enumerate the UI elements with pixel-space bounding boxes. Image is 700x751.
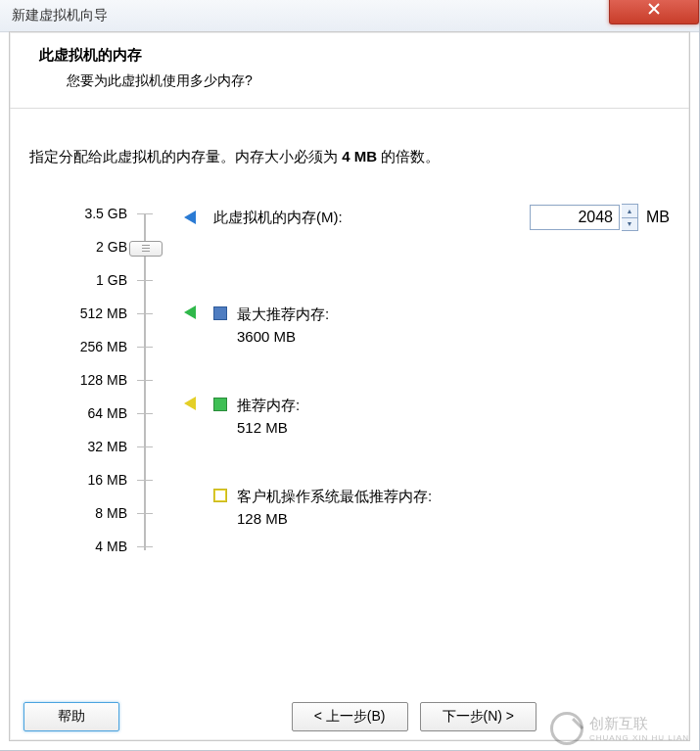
square-yellow-icon bbox=[213, 489, 227, 502]
square-green-icon bbox=[213, 398, 227, 411]
scale-label: 128 MB bbox=[80, 372, 127, 389]
wizard-window: 新建虚拟机向导 此虚拟机的内存 您要为此虚拟机使用多少内存? 指定分配给此虚拟机… bbox=[0, 0, 700, 751]
legend-max-label: 最大推荐内存: bbox=[237, 304, 329, 326]
memory-layout: 3.5 GB 2 GB 1 GB 512 MB 256 MB 128 MB 64… bbox=[29, 206, 670, 577]
memory-unit: MB bbox=[646, 209, 670, 226]
scale-label: 16 MB bbox=[88, 472, 127, 489]
memory-details: 此虚拟机的内存(M): ▲ ▼ MB bbox=[161, 206, 670, 577]
instruction-prefix: 指定分配给此虚拟机的内存量。内存大小必须为 bbox=[29, 148, 342, 164]
header-section: 此虚拟机的内存 您要为此虚拟机使用多少内存? bbox=[10, 32, 689, 109]
spinner-down-icon[interactable]: ▼ bbox=[622, 218, 637, 231]
titlebar: 新建虚拟机向导 bbox=[0, 0, 699, 32]
slider-thumb[interactable] bbox=[129, 241, 163, 257]
memory-spinner[interactable]: ▲ ▼ bbox=[622, 204, 638, 231]
content-panel: 此虚拟机的内存 您要为此虚拟机使用多少内存? 指定分配给此虚拟机的内存量。内存大… bbox=[9, 31, 690, 741]
arrow-green-icon bbox=[184, 305, 196, 319]
memory-slider[interactable] bbox=[131, 206, 161, 558]
next-button[interactable]: 下一步(N) > bbox=[420, 702, 537, 731]
arrow-yellow-icon bbox=[184, 397, 196, 410]
legend-min-label: 客户机操作系统最低推荐内存: bbox=[237, 486, 432, 508]
legend-rec-value: 512 MB bbox=[237, 417, 300, 440]
memory-input[interactable] bbox=[530, 205, 620, 230]
memory-label: 此虚拟机的内存(M): bbox=[213, 209, 343, 227]
instruction-suffix: 的倍数。 bbox=[377, 148, 440, 164]
scale-label: 512 MB bbox=[80, 305, 127, 322]
scale-label: 256 MB bbox=[80, 339, 127, 355]
help-button[interactable]: 帮助 bbox=[23, 702, 119, 731]
legend-max: 最大推荐内存: 3600 MB bbox=[184, 304, 670, 348]
square-blue-icon bbox=[213, 306, 227, 320]
scale-label: 32 MB bbox=[88, 439, 127, 455]
scale-label: 8 MB bbox=[95, 505, 127, 522]
spinner-up-icon[interactable]: ▲ bbox=[622, 205, 637, 218]
scale-label: 3.5 GB bbox=[84, 206, 127, 222]
back-button[interactable]: < 上一步(B) bbox=[292, 702, 408, 731]
memory-input-row: 此虚拟机的内存(M): ▲ ▼ MB bbox=[184, 204, 670, 231]
body-area: 指定分配给此虚拟机的内存量。内存大小必须为 4 MB 的倍数。 3.5 GB 2… bbox=[10, 109, 689, 577]
close-icon bbox=[647, 2, 661, 16]
window-title: 新建虚拟机向导 bbox=[12, 7, 108, 24]
legend-rec-label: 推荐内存: bbox=[237, 395, 300, 417]
scale-label: 4 MB bbox=[95, 539, 127, 555]
legend-rec: 推荐内存: 512 MB bbox=[184, 395, 670, 439]
arrow-blue-icon bbox=[184, 211, 196, 224]
slider-track bbox=[144, 213, 146, 550]
legend-min: 客户机操作系统最低推荐内存: 128 MB bbox=[184, 486, 670, 530]
scale-label: 1 GB bbox=[96, 272, 127, 289]
legend-block: 最大推荐内存: 3600 MB 推荐内存: 512 MB bbox=[184, 304, 670, 530]
instruction-text: 指定分配给此虚拟机的内存量。内存大小必须为 4 MB 的倍数。 bbox=[29, 148, 670, 166]
scale-labels-column: 3.5 GB 2 GB 1 GB 512 MB 256 MB 128 MB 64… bbox=[29, 206, 127, 555]
page-subtitle: 您要为此虚拟机使用多少内存? bbox=[67, 72, 660, 90]
page-title: 此虚拟机的内存 bbox=[39, 46, 660, 65]
footer: 帮助 < 上一步(B) 下一步(N) > bbox=[10, 693, 689, 740]
scale-label: 2 GB bbox=[96, 239, 127, 256]
instruction-bold: 4 MB bbox=[342, 148, 377, 164]
scale-label: 64 MB bbox=[88, 405, 127, 422]
legend-max-value: 3600 MB bbox=[237, 326, 329, 349]
legend-min-value: 128 MB bbox=[237, 508, 432, 531]
close-button[interactable] bbox=[609, 0, 699, 24]
